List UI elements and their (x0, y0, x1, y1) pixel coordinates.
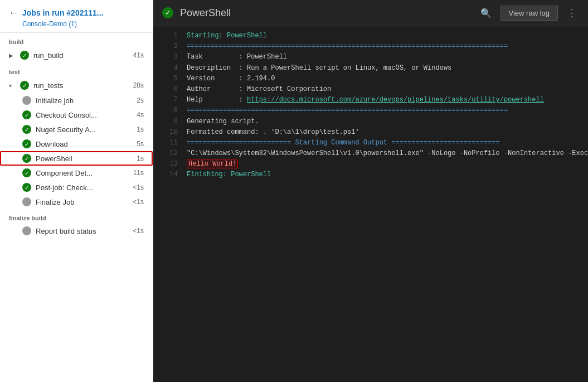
sub-job-name: Post-job: Check... (36, 183, 128, 192)
section-label: build (0, 33, 153, 47)
line-number: 9 (160, 117, 178, 127)
line-number: 13 (160, 159, 178, 170)
log-text: Version : 2.194.0 (187, 74, 275, 84)
sub-job-name: Download (36, 140, 132, 148)
line-number: 6 (160, 84, 178, 95)
job-name: run_tests (33, 81, 129, 90)
sub-job-name: Nuget Security A... (36, 125, 132, 134)
log-text: Description : Run a PowerShell script on… (187, 63, 451, 74)
line-number: 3 (160, 52, 178, 62)
line-number: 2 (160, 41, 178, 52)
status-icon: ✓ (22, 183, 31, 192)
section-label: test (0, 63, 153, 78)
log-text: Task : PowerShell (187, 52, 287, 62)
log-line: 6Author : Microsoft Corporation (153, 84, 588, 95)
status-icon: ✓ (22, 125, 31, 134)
log-link[interactable]: https://docs.microsoft.com/azure/devops/… (247, 96, 544, 104)
log-line: 4Description : Run a PowerShell script o… (153, 63, 588, 74)
status-icon: ✓ (22, 154, 31, 163)
log-line: 8=======================================… (153, 105, 588, 116)
line-number: 5 (160, 74, 178, 84)
log-line: 13Hello World! (153, 159, 588, 170)
log-line: 5Version : 2.194.0 (153, 74, 588, 84)
sub-job-time: 4s (137, 111, 144, 119)
log-text: Formatted command: . 'D:\a\1\drop\test.p… (187, 127, 359, 138)
log-text: ========================================… (187, 105, 508, 116)
line-number: 8 (160, 105, 178, 116)
sub-job-name: Finalize Job (36, 198, 128, 206)
sub-job-item[interactable]: ✓PowerShell1s (0, 151, 153, 166)
sub-job-name: Initialize job (36, 96, 132, 105)
log-line: 7Help : https://docs.microsoft.com/azure… (153, 95, 588, 105)
sub-job-item[interactable]: ✓Checkout Consol...4s (0, 108, 153, 122)
log-text: Author : Microsoft Corporation (187, 84, 331, 95)
log-line: 10Formatted command: . 'D:\a\1\drop\test… (153, 127, 588, 138)
sub-job-item[interactable]: ✓Download5s (0, 137, 153, 151)
log-line: 9Generating script. (153, 117, 588, 127)
sub-job-name: Checkout Consol... (36, 111, 132, 119)
log-text: Generating script. (187, 117, 259, 127)
job-name: run_build (33, 51, 129, 60)
status-icon (22, 226, 31, 235)
line-number: 7 (160, 95, 178, 105)
sub-job-item[interactable]: ✓Component Det...11s (0, 166, 153, 180)
sub-job-item[interactable]: Report build status<1s (0, 224, 153, 238)
log-line: 14Finishing: PowerShell (153, 170, 588, 180)
sub-job-name: Report build status (36, 227, 128, 235)
more-options-icon[interactable]: ⋮ (565, 4, 579, 21)
log-line: 1Starting: PowerShell (153, 31, 588, 41)
line-number: 11 (160, 138, 178, 148)
sub-job-item[interactable]: ✓Nuget Security A...1s (0, 122, 153, 137)
line-number: 10 (160, 127, 178, 138)
log-line: 3Task : PowerShell (153, 52, 588, 62)
log-area: 1Starting: PowerShell2==================… (153, 26, 588, 382)
status-icon (22, 197, 31, 206)
search-icon[interactable]: 🔍 (478, 6, 494, 21)
sub-job-name: Component Det... (36, 169, 129, 177)
log-text: Finishing: PowerShell (187, 170, 271, 180)
sub-job-item[interactable]: Initialize job2s (0, 93, 153, 108)
job-item[interactable]: ▾✓run_tests28s (0, 78, 153, 93)
back-nav[interactable]: ← Jobs in run #202111... (9, 8, 144, 18)
header-status-icon: ✓ (162, 7, 173, 18)
sub-job-time: <1s (133, 227, 144, 235)
status-icon: ✓ (22, 168, 31, 177)
sub-job-time: <1s (133, 198, 144, 206)
chevron-right-icon: ▶ (9, 52, 16, 59)
status-icon: ✓ (22, 110, 31, 119)
line-number: 4 (160, 63, 178, 74)
sub-title[interactable]: Console-Demo (1) (9, 20, 144, 28)
status-icon (22, 96, 31, 105)
back-arrow-icon: ← (9, 8, 18, 18)
sub-job-time: 5s (137, 140, 144, 148)
back-label: Jobs in run #202111... (22, 8, 104, 17)
log-text: ========================== Starting Comm… (187, 138, 500, 148)
status-icon: ✓ (20, 51, 29, 60)
log-line: 2=======================================… (153, 41, 588, 52)
log-text: ========================================… (187, 41, 508, 52)
log-line: 12"C:\Windows\System32\WindowsPowerShell… (153, 148, 588, 159)
status-icon: ✓ (20, 81, 29, 90)
view-raw-button[interactable]: View raw log (500, 6, 558, 21)
sub-job-name: PowerShell (36, 154, 132, 163)
sub-job-item[interactable]: ✓Post-job: Check...<1s (0, 180, 153, 195)
sub-job-time: 11s (133, 169, 144, 177)
sub-job-time: <1s (133, 183, 144, 191)
log-text: Hello World! (187, 159, 238, 170)
highlighted-text: Hello World! (187, 159, 238, 168)
log-text: "C:\Windows\System32\WindowsPowerShell\v… (187, 148, 588, 159)
left-header: ← Jobs in run #202111... Console-Demo (1… (0, 0, 153, 33)
log-text: Starting: PowerShell (187, 31, 267, 41)
line-number: 12 (160, 148, 178, 159)
sub-job-time: 2s (137, 96, 144, 104)
job-time: 28s (133, 81, 144, 89)
section-label: Finalize build (0, 209, 153, 224)
right-header: ✓ PowerShell 🔍 View raw log ⋮ (153, 0, 588, 26)
job-time: 41s (133, 51, 144, 59)
right-panel: ✓ PowerShell 🔍 View raw log ⋮ 1Starting:… (153, 0, 588, 382)
sub-job-time: 1s (137, 125, 144, 133)
sub-job-time: 1s (137, 154, 144, 162)
sub-job-item[interactable]: Finalize Job<1s (0, 195, 153, 209)
log-text: Help : https://docs.microsoft.com/azure/… (187, 95, 544, 105)
job-item[interactable]: ▶✓run_build41s (0, 47, 153, 63)
